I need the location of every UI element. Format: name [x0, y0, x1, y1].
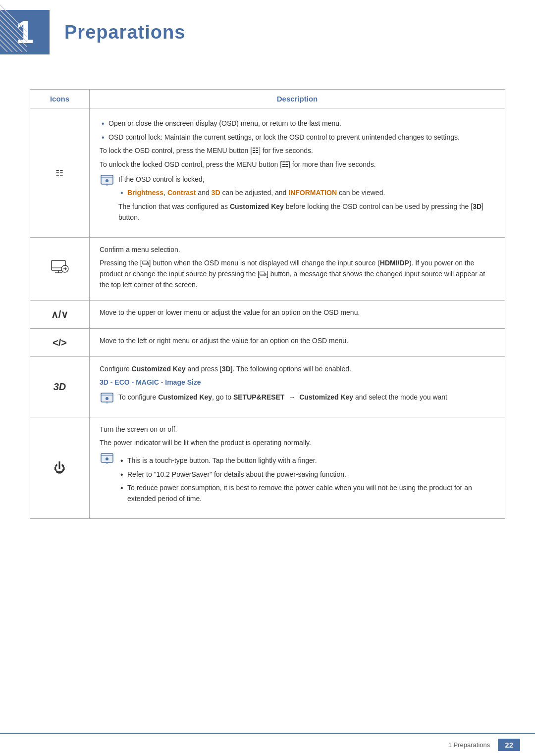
- updown-icon: ∧/∨: [51, 309, 69, 320]
- desc-text: Turn the screen on or off.: [100, 424, 495, 435]
- note-icon: [100, 453, 114, 464]
- desc-text: Move to the upper or lower menu or adjus…: [100, 307, 495, 318]
- desc-cell-menu: Open or close the onscreen display (OSD)…: [90, 108, 505, 238]
- table-row: ☷ Open or close the onscreen display (OS…: [30, 108, 505, 238]
- footer-chapter-label: 1 Preparations: [448, 741, 490, 749]
- svg-line-1: [0, 5, 27, 37]
- note-icon: [100, 174, 114, 186]
- desc-text: Pressing the [] button when the OSD menu…: [100, 258, 495, 290]
- icon-cell-menu: ☷: [30, 108, 90, 238]
- description-column-header: Description: [90, 90, 505, 108]
- desc-cell-power: Turn the screen on or off. The power ind…: [90, 417, 505, 518]
- list-item: To reduce power consumption, it is best …: [118, 483, 495, 504]
- note-content: If the OSD control is locked, Brightness…: [118, 174, 495, 226]
- svg-line-3: [0, 15, 27, 47]
- note-text: If the OSD control is locked,: [118, 174, 495, 185]
- note-text: The function that was configured as Cust…: [118, 202, 495, 223]
- page-header: 1 Preparations: [0, 0, 535, 69]
- main-content: Icons Description ☷ Open or close the on…: [0, 69, 535, 549]
- svg-line-4: [0, 20, 27, 52]
- desc-text: To lock the OSD control, press the MENU …: [100, 146, 495, 156]
- chapter-title: Preparations: [64, 22, 185, 43]
- table-row: </> Move to the left or right menu or ad…: [30, 328, 505, 356]
- table-row: ∧/∨ Move to the upper or lower menu or a…: [30, 301, 505, 329]
- icons-table: Icons Description ☷ Open or close the on…: [30, 89, 505, 519]
- list-item: This is a touch-type button. Tap the but…: [118, 455, 495, 466]
- list-item: OSD control lock: Maintain the current s…: [100, 132, 495, 143]
- leftright-icon: </>: [53, 337, 67, 348]
- desc-text: The power indicator will be lit when the…: [100, 438, 495, 449]
- icon-cell-leftright: </>: [30, 328, 90, 356]
- diagonal-decoration: [0, 0, 27, 54]
- list-item: Refer to "10.2 PowerSaver" for details a…: [118, 469, 495, 480]
- desc-text: To unlock the locked OSD control, press …: [100, 159, 495, 170]
- power-icon: ⏻: [54, 461, 66, 474]
- 3d-icon: 3D: [54, 381, 66, 392]
- page-footer: 1 Preparations 22: [0, 733, 535, 756]
- desc-text: Move to the left or right menu or adjust…: [100, 336, 495, 347]
- note-block: This is a touch-type button. Tap the but…: [100, 453, 495, 507]
- note-text: To configure Customized Key, go to SETUP…: [118, 392, 447, 403]
- table-row: Confirm a menu selection. Pressing the […: [30, 237, 505, 301]
- table-row: 3D Configure Customized Key and press [3…: [30, 356, 505, 417]
- source-icon: [51, 265, 69, 277]
- svg-point-26: [106, 397, 108, 400]
- list-item: Brightness, Contrast and 3D can be adjus…: [118, 188, 495, 199]
- icon-cell-power: ⏻: [30, 417, 90, 518]
- svg-point-11: [106, 179, 108, 182]
- svg-line-7: [0, 35, 12, 52]
- footer-page-number: 22: [498, 739, 520, 751]
- note-block: To configure Customized Key, go to SETUP…: [100, 392, 495, 406]
- desc-cell-leftright: Move to the left or right menu or adjust…: [90, 328, 505, 356]
- icon-cell-source: [30, 237, 90, 301]
- desc-cell-updown: Move to the upper or lower menu or adjus…: [90, 301, 505, 329]
- desc-cell-3d: Configure Customized Key and press [3D].…: [90, 356, 505, 417]
- icons-column-header: Icons: [30, 90, 90, 108]
- note-content: To configure Customized Key, go to SETUP…: [118, 392, 447, 406]
- desc-cell-source: Confirm a menu selection. Pressing the […: [90, 237, 505, 301]
- svg-line-0: [0, 0, 27, 32]
- svg-line-2: [0, 10, 27, 42]
- icon-cell-updown: ∧/∨: [30, 301, 90, 329]
- note-icon: [100, 392, 114, 404]
- desc-colored-line: 3D - ECO - MAGIC - Image Size: [100, 377, 495, 388]
- svg-point-30: [106, 457, 108, 460]
- desc-text: Confirm a menu selection.: [100, 245, 495, 255]
- note-content: This is a touch-type button. Tap the but…: [118, 453, 495, 507]
- desc-text: Configure Customized Key and press [3D].…: [100, 364, 495, 375]
- icon-cell-3d: 3D: [30, 356, 90, 417]
- note-block: If the OSD control is locked, Brightness…: [100, 174, 495, 226]
- table-row: ⏻ Turn the screen on or off. The power i…: [30, 417, 505, 518]
- menu-icon: ☷: [55, 168, 64, 178]
- list-item: Open or close the onscreen display (OSD)…: [100, 118, 495, 129]
